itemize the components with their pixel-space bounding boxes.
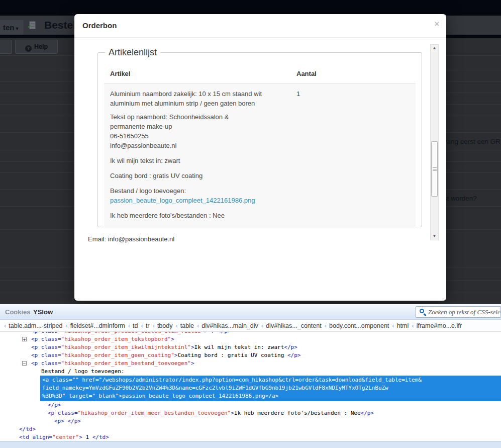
chevron-left-icon: ‹ [153,322,155,329]
item-detail-paragraph: Ik wil mijn tekst in: zwart [110,156,281,165]
breadcrumb-item[interactable]: table.adm...-striped [9,322,62,329]
email-label: Email: [88,235,106,243]
file-paragraph: Bestand / logo toevoegen: passion_beaute… [110,186,281,205]
tab-cookies[interactable]: Cookies [5,308,31,316]
chevron-left-icon: ‹ [392,322,394,329]
code-line[interactable]: −<p class="hikashop_order_item_bestand_t… [0,360,501,368]
artikelenlijst-fieldset: Artikelenlijst Artikel Aantal Aluminium … [97,47,422,227]
aantal-cell: 1 [296,85,300,220]
close-icon[interactable]: × [435,20,439,29]
breadcrumb-item[interactable]: body.cont...omponent [329,322,389,329]
item-detail-paragraph: Tekst op naambord: Schoonheidssalon &per… [110,112,281,150]
column-header-aantal: Aantal [296,70,317,77]
code-line[interactable]: <p class="hikashop_order_item_ikwilmijnt… [0,343,501,351]
code-line[interactable]: <p class="hikashop_order_item_meer_besta… [0,409,501,417]
help-button-label: Help [34,43,48,50]
chevron-left-icon: ‹ [4,322,6,329]
dom-breadcrumb: ‹table.adm...-striped‹fieldset#...dminfo… [0,320,501,332]
breadcrumb-item[interactable]: td [133,322,138,329]
expand-icon[interactable]: + [22,337,27,341]
breadcrumb-item[interactable]: table [180,322,194,329]
order-item-row: Aluminium naambord zakelijk: 10 x 15 cm … [104,84,416,228]
artikel-cell: Aluminium naambord zakelijk: 10 x 15 cm … [110,85,296,220]
chevron-left-icon: ‹ [261,322,263,329]
chevron-left-icon: ‹ [197,322,199,329]
page-title: Bestel [44,19,76,31]
modal-scrollbar[interactable]: ▲ ▼ [430,44,439,240]
email-line: Email: info@passionbeaute.nl [88,235,174,243]
search-input[interactable] [428,307,499,317]
document-check-icon [29,21,36,29]
toolbar-button-partial[interactable] [0,40,12,54]
email-value: info@passionbeaute.nl [108,235,174,243]
code-line[interactable]: +<p class="hikashop_order_item_tekstopbo… [0,335,501,343]
scrollbar-thumb[interactable] [431,141,438,197]
breadcrumb-item[interactable]: tbody [157,322,173,329]
code-line[interactable]: <p class="hikashop_order_product_custom_… [0,332,501,335]
chevron-left-icon: ‹ [141,322,143,329]
file-label: Bestand / logo toevoegen: [110,187,186,195]
chevron-left-icon: ‹ [65,322,67,329]
collapse-icon[interactable]: − [22,361,27,366]
selected-code-node[interactable]: <a class="" href="/webshops/administrato… [40,376,501,401]
panel-bottom-strip [0,441,501,448]
chevron-down-icon: ▾ [16,26,19,31]
fieldset-legend: Artikelenlijst [105,47,160,58]
help-button[interactable]: ?Help [15,40,58,54]
code-line[interactable]: <p> </p> [0,417,501,425]
product-name: Aluminium naambord zakelijk: 10 x 15 cm … [110,89,281,108]
firebug-panel: Cookies YSlow ‹table.adm...-striped‹fiel… [0,304,501,448]
background-text: tst worden? [442,194,477,202]
breadcrumb-item[interactable]: tr [146,322,150,329]
table-header-row: Artikel Aantal [104,58,416,84]
chevron-left-icon: ‹ [175,322,177,329]
browser-titlebar [0,0,501,16]
breadcrumb-item[interactable]: fieldset#...dminform [70,322,125,329]
code-line[interactable]: <td align="center"> 1 </td> [0,433,501,441]
modal-title: Orderbon [82,21,117,30]
orderbon-modal: Orderbon × Artikelenlijst Artikel Aantal… [74,14,446,301]
scroll-up-arrow-icon[interactable]: ▲ [431,45,438,52]
item-detail-paragraph: Coating bord : gratis UV coating [110,171,281,181]
code-line[interactable]: Bestand / logo toevoegen: [0,368,501,376]
more-files-text: Ik heb meerdere foto's/bestanden : Nee [110,211,281,220]
modal-header: Orderbon × [74,14,446,38]
column-header-artikel: Artikel [110,70,296,77]
background-text: tvang eerst een GR [442,138,500,145]
chevron-left-icon: ‹ [325,322,327,329]
chevron-left-icon: ‹ [128,322,130,329]
search-box [416,306,501,318]
tab-yslow[interactable]: YSlow [33,308,53,316]
breadcrumb-item[interactable]: div#hikas...main_div [202,322,258,329]
file-download-link[interactable]: passion_beaute_logo_compleet_1422161986.… [110,197,255,204]
search-icon [420,309,424,313]
menu-item-ten[interactable]: ten▾ [0,20,24,35]
code-line[interactable]: </td> [0,425,501,433]
question-icon: ? [25,45,32,52]
breadcrumb-item[interactable]: div#hikas..._content [266,322,322,329]
menu-item-label: ten [3,23,15,32]
scrollbar-grip-icon [433,167,437,171]
code-line[interactable]: <p class="hikashop_order_item_geen_coati… [0,351,501,360]
scroll-down-arrow-icon[interactable]: ▼ [431,233,438,240]
html-code-view: <p class="hikashop_order_product_custom_… [0,332,501,441]
code-line[interactable]: </p> [0,401,501,409]
breadcrumb-item[interactable]: iframe#mo...e.ifr [417,322,462,329]
breadcrumb-item[interactable]: html [397,322,409,329]
chevron-left-icon: ‹ [412,322,414,329]
firebug-tabbar: Cookies YSlow [0,304,501,320]
